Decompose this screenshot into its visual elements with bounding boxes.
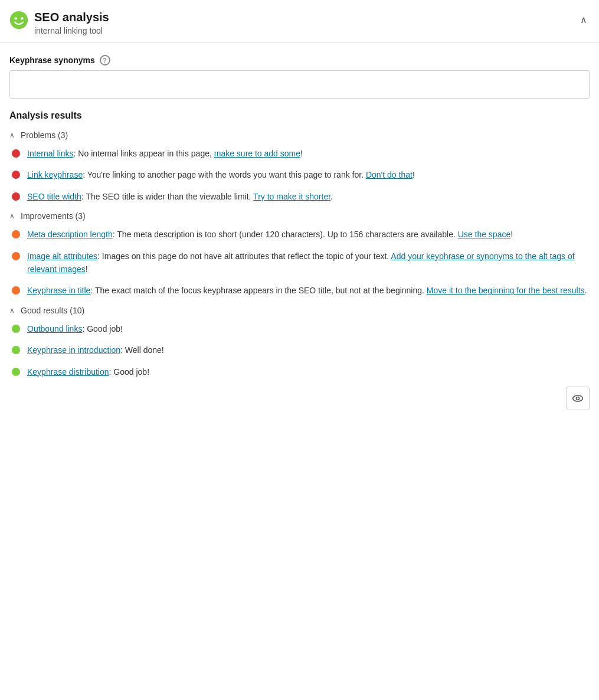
improvements-label: Improvements (3) [21,211,86,221]
problems-section-header[interactable]: ∧ Problems (3) [9,130,590,140]
keyphrase-synonyms-label: Keyphrase synonyms ? [9,55,590,66]
collapse-button[interactable]: ∧ [578,12,590,28]
good-results-label: Good results (10) [21,306,84,315]
result-text: Keyphrase in introduction: Well done! [27,344,164,356]
keyphrase-in-title-link[interactable]: Keyphrase in title [27,286,90,295]
orange-dot [12,286,20,295]
improvements-section: ∧ Improvements (3) Meta description leng… [9,211,590,297]
problems-chevron: ∧ [9,131,15,139]
result-text: Meta description length: The meta descri… [27,228,513,241]
svg-point-2 [21,17,23,19]
green-dot [12,368,20,376]
problems-list: Internal links: No internal links appear… [12,147,590,203]
add-keyphrase-synonyms-link[interactable]: Add your keyphrase or synonyms to the al… [27,251,575,274]
keyphrase-distribution-link[interactable]: Keyphrase distribution [27,367,109,377]
red-dot [12,192,20,201]
problems-section: ∧ Problems (3) Internal links: No intern… [9,130,590,203]
green-dot [12,325,20,333]
seo-title-width-link[interactable]: SEO title width [27,192,81,201]
make-sure-add-some-link[interactable]: make sure to add some [214,149,300,158]
list-item: SEO title width: The SEO title is wider … [12,190,590,203]
list-item: Keyphrase in introduction: Well done! [12,344,590,356]
use-the-space-link[interactable]: Use the space [458,230,511,239]
header-divider [0,42,599,43]
svg-point-1 [14,17,17,19]
eye-button-container [9,387,590,410]
svg-point-3 [573,395,583,401]
eye-icon [572,392,584,404]
red-dot [12,171,20,179]
try-make-shorter-link[interactable]: Try to make it shorter [253,192,330,201]
result-text: Outbound links: Good job! [27,322,123,335]
header-text: SEO analysis internal linking tool [34,9,109,35]
list-item: Image alt attributes: Images on this pag… [12,250,590,276]
result-text: Keyphrase distribution: Good job! [27,365,149,378]
problems-label: Problems (3) [21,130,68,140]
good-results-section-header[interactable]: ∧ Good results (10) [9,306,590,315]
result-text: SEO title width: The SEO title is wider … [27,190,333,203]
analysis-results-section: Analysis results ∧ Problems (3) Internal… [9,110,590,410]
list-item: Keyphrase distribution: Good job! [12,365,590,378]
keyphrase-synonyms-input[interactable] [9,70,590,99]
list-item: Internal links: No internal links appear… [12,147,590,160]
internal-links-link[interactable]: Internal links [27,149,74,158]
good-results-section: ∧ Good results (10) Outbound links: Good… [9,306,590,410]
list-item: Meta description length: The meta descri… [12,228,590,241]
keyphrase-in-introduction-link[interactable]: Keyphrase in introduction [27,345,120,355]
panel-subtitle: internal linking tool [34,26,109,35]
panel-body: Keyphrase synonyms ? Analysis results ∧ … [0,55,599,434]
analysis-results-title: Analysis results [9,110,590,121]
good-results-list: Outbound links: Good job! Keyphrase in i… [12,322,590,378]
keyphrase-synonyms-text: Keyphrase synonyms [9,55,95,65]
meta-description-length-link[interactable]: Meta description length [27,230,113,239]
result-text: Keyphrase in title: The exact match of t… [27,284,587,297]
result-text: Link keyphrase: You're linking to anothe… [27,168,415,181]
red-dot [12,149,20,158]
improvements-section-header[interactable]: ∧ Improvements (3) [9,211,590,221]
panel-header: SEO analysis internal linking tool ∧ [0,0,599,42]
result-text: Image alt attributes: Images on this pag… [27,250,590,276]
good-results-chevron: ∧ [9,306,15,315]
help-icon[interactable]: ? [100,55,110,66]
svg-point-0 [10,11,28,29]
orange-dot [12,252,20,260]
result-text: Internal links: No internal links appear… [27,147,303,160]
seo-analysis-panel: SEO analysis internal linking tool ∧ Key… [0,0,599,434]
move-beginning-link[interactable]: Move it to the beginning for the best re… [427,286,585,295]
list-item: Keyphrase in title: The exact match of t… [12,284,590,297]
link-keyphrase-link[interactable]: Link keyphrase [27,170,83,179]
eye-button[interactable] [566,387,590,410]
dont-do-that-link[interactable]: Don't do that [366,170,413,179]
panel-title: SEO analysis [34,9,109,25]
improvements-chevron: ∧ [9,212,15,220]
image-alt-attributes-link[interactable]: Image alt attributes [27,251,97,261]
outbound-links-link[interactable]: Outbound links [27,324,82,333]
list-item: Link keyphrase: You're linking to anothe… [12,168,590,181]
header-left: SEO analysis internal linking tool [9,9,109,35]
smiley-icon [9,11,28,30]
green-dot [12,346,20,354]
keyphrase-synonyms-section: Keyphrase synonyms ? [9,55,590,99]
improvements-list: Meta description length: The meta descri… [12,228,590,297]
svg-point-4 [577,397,580,400]
orange-dot [12,230,20,238]
list-item: Outbound links: Good job! [12,322,590,335]
